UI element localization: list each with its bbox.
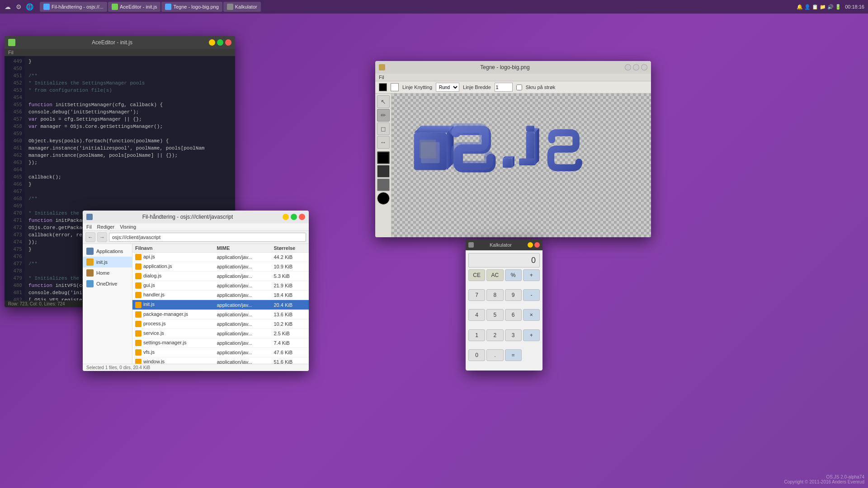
calc-btn-1[interactable]: 1 bbox=[468, 329, 485, 341]
draw-menu-fil[interactable]: Fil bbox=[379, 75, 384, 80]
draw-window-title: Tegne - logo-big.png bbox=[385, 64, 625, 70]
fm-close-button[interactable] bbox=[299, 214, 305, 220]
taskbar-icons-right: 🔔 👤 📋 📁 🔊 🔋 bbox=[797, 4, 841, 10]
ace-menubar: Fil bbox=[5, 49, 235, 56]
calc-btn-x[interactable]: + bbox=[523, 329, 540, 341]
table-row[interactable]: gui.js application/jav... 21.9 KiB bbox=[132, 281, 309, 291]
calc-btn-8[interactable]: 8 bbox=[486, 289, 503, 301]
col-filename[interactable]: Filnavn bbox=[132, 244, 214, 253]
fm-app-dot bbox=[43, 4, 50, 10]
fm-path-bar[interactable]: osjs:///client/javascript bbox=[109, 233, 306, 242]
fm-sidebar-applications[interactable]: Applications bbox=[83, 246, 132, 257]
fm-sidebar-initjs[interactable]: init.js bbox=[83, 257, 132, 267]
draw-maximize-button[interactable] bbox=[633, 64, 639, 70]
draw-close-button[interactable] bbox=[641, 64, 647, 70]
draw-line-bredde-input[interactable] bbox=[495, 83, 513, 92]
col-mime[interactable]: MIME bbox=[214, 244, 271, 253]
ace-menu-fil[interactable]: Fil bbox=[8, 50, 14, 55]
desktop: AceEditor - init.js Fil 4494504514524534… bbox=[0, 14, 868, 488]
draw-color2-swatch[interactable] bbox=[391, 83, 399, 91]
fm-maximize-button[interactable] bbox=[291, 214, 297, 220]
draw-dark-color[interactable] bbox=[377, 165, 390, 178]
calc-minimize-button[interactable] bbox=[528, 242, 533, 248]
fm-forward-button[interactable]: → bbox=[97, 232, 107, 242]
start-icon[interactable]: ☁ bbox=[4, 3, 12, 11]
table-row[interactable]: application.js application/jav... 10.9 K… bbox=[132, 262, 309, 272]
calc-close-button[interactable] bbox=[534, 242, 540, 248]
draw-canvas[interactable] bbox=[392, 94, 651, 237]
draw-toolbar: Linje Knytting Rund Spiss Bevel Linje Br… bbox=[375, 81, 651, 94]
draw-color-tools bbox=[377, 151, 390, 205]
draw-pencil-tool[interactable]: ✏ bbox=[377, 109, 390, 122]
taskbar-app-fm[interactable]: Fil-håndtering - osjs://... bbox=[40, 2, 107, 12]
fm-sidebar-home[interactable]: Home bbox=[83, 267, 132, 278]
table-row[interactable]: process.js application/jav... 10.2 KiB bbox=[132, 319, 309, 328]
taskbar-app-ace[interactable]: AceEditor - init.js bbox=[108, 2, 161, 12]
fm-titlebar[interactable]: Fil-håndtering - osjs:///client/javascri… bbox=[83, 211, 309, 223]
col-size[interactable]: Størrelse bbox=[271, 244, 309, 253]
calc-btn-x[interactable]: = bbox=[505, 349, 522, 361]
calc-btn-x[interactable]: × bbox=[523, 309, 540, 321]
calc-btn-x[interactable]: + bbox=[523, 269, 540, 281]
calc-btn-x[interactable]: % bbox=[505, 269, 522, 281]
table-row[interactable]: init.js application/jav... 20.4 KiB bbox=[132, 300, 309, 310]
calc-btn-4[interactable]: 4 bbox=[468, 309, 485, 321]
draw-black-color[interactable] bbox=[377, 151, 390, 164]
calc-btn-x[interactable]: - bbox=[523, 289, 540, 301]
draw-minimize-button[interactable] bbox=[625, 64, 631, 70]
calc-btn-0[interactable]: 0 bbox=[468, 349, 485, 361]
ace-titlebar[interactable]: AceEditor - init.js bbox=[5, 36, 235, 49]
fm-menu-rediger[interactable]: Rediger bbox=[97, 224, 115, 230]
fm-menu-fil[interactable]: Fil bbox=[86, 224, 92, 230]
table-row[interactable]: api.js application/jav... 44.2 KiB bbox=[132, 253, 309, 262]
draw-titlebar[interactable]: Tegne - logo-big.png bbox=[375, 61, 651, 74]
taskbar-app-calc[interactable]: Kalkulator bbox=[223, 2, 261, 12]
os-version: OS.JS 2.0-alpha74 bbox=[784, 474, 864, 479]
fm-file-list[interactable]: Filnavn MIME Størrelse api.js applicatio… bbox=[132, 244, 309, 364]
calc-btn-CE[interactable]: CE bbox=[468, 269, 485, 281]
draw-window: Tegne - logo-big.png Fil Linje Knytting … bbox=[375, 61, 651, 237]
draw-skru-checkbox[interactable] bbox=[516, 84, 522, 90]
fm-menu-visning[interactable]: Visning bbox=[120, 224, 136, 230]
draw-circle-color[interactable] bbox=[377, 192, 390, 205]
table-row[interactable]: package-manager.js application/jav... 13… bbox=[132, 310, 309, 319]
draw-cursor-tool[interactable]: ↖ bbox=[377, 95, 390, 108]
calc-btn-9[interactable]: 9 bbox=[505, 289, 522, 301]
calc-btn-7[interactable]: 7 bbox=[468, 289, 485, 301]
calc-btn-x[interactable]: . bbox=[486, 349, 503, 361]
table-row[interactable]: settings-manager.js application/jav... 7… bbox=[132, 338, 309, 347]
file-size: 2.5 KiB bbox=[271, 328, 309, 338]
table-row[interactable]: window.js application/jav... 51.6 KiB bbox=[132, 357, 309, 364]
browser-icon[interactable]: 🌐 bbox=[25, 3, 33, 11]
draw-transform-tool[interactable]: ↔ bbox=[377, 136, 390, 149]
taskbar: ☁ ⚙ 🌐 Fil-håndtering - osjs://... AceEdi… bbox=[0, 0, 868, 14]
file-name: init.js bbox=[132, 300, 214, 310]
draw-gray-color[interactable] bbox=[377, 178, 390, 191]
fm-body: Applications init.js Home OneDrive bbox=[83, 244, 309, 364]
calc-btn-6[interactable]: 6 bbox=[505, 309, 522, 321]
draw-icon bbox=[379, 64, 385, 70]
draw-line-knytting-select[interactable]: Rund Spiss Bevel bbox=[436, 83, 459, 92]
fm-sidebar-onedrive[interactable]: OneDrive bbox=[83, 278, 132, 289]
calc-btn-5[interactable]: 5 bbox=[486, 309, 503, 321]
calc-btn-2[interactable]: 2 bbox=[486, 329, 503, 341]
draw-color1-swatch[interactable] bbox=[379, 83, 387, 91]
calc-btn-AC[interactable]: AC bbox=[486, 269, 503, 281]
table-row[interactable]: dialog.js application/jav... 5.3 KiB bbox=[132, 272, 309, 281]
file-manager-window: Fil-håndtering - osjs:///client/javascri… bbox=[83, 211, 309, 371]
ace-maximize-button[interactable] bbox=[217, 39, 223, 46]
draw-eraser-tool[interactable]: ◻ bbox=[377, 122, 390, 135]
calc-app-label: Kalkulator bbox=[235, 4, 257, 9]
table-row[interactable]: vfs.js application/jav... 47.6 KiB bbox=[132, 347, 309, 357]
ace-minimize-button[interactable] bbox=[209, 39, 215, 46]
calc-btn-3[interactable]: 3 bbox=[505, 329, 522, 341]
draw-canvas-area[interactable] bbox=[392, 94, 651, 237]
fm-back-button[interactable]: ← bbox=[85, 232, 95, 242]
fm-minimize-button[interactable] bbox=[283, 214, 289, 220]
ace-close-button[interactable] bbox=[225, 39, 231, 46]
taskbar-app-draw[interactable]: Tegne - logo-big.png bbox=[161, 2, 222, 12]
calc-titlebar[interactable]: Kalkulator bbox=[466, 239, 542, 250]
table-row[interactable]: handler.js application/jav... 18.4 KiB bbox=[132, 291, 309, 300]
table-row[interactable]: service.js application/jav... 2.5 KiB bbox=[132, 328, 309, 338]
settings-icon[interactable]: ⚙ bbox=[14, 3, 23, 11]
